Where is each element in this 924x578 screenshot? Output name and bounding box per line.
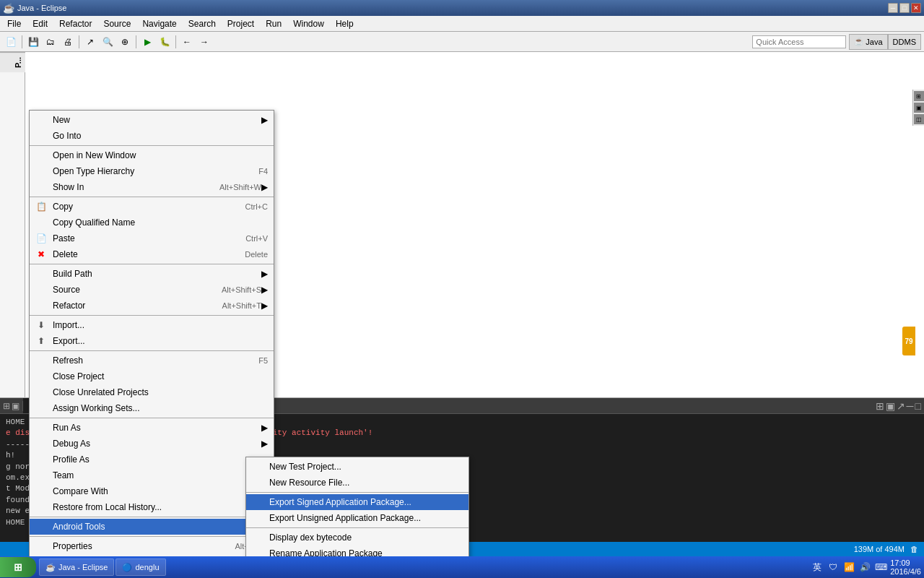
ddms-perspective-label: DDMS (893, 38, 916, 46)
cm-refactor-shortcut: Alt+Shift+T (222, 301, 261, 310)
cm-compare-with[interactable]: Compare With ▶ (30, 483, 274, 499)
cm-properties[interactable]: Properties Alt+Enter (30, 538, 274, 554)
cm-properties-label: Properties (53, 541, 220, 551)
sm-new-resource-file[interactable]: New Resource File... (246, 475, 468, 491)
bottom-panel-minimize[interactable]: ─ (907, 400, 914, 412)
panel-ctrl-2[interactable]: ▣ (12, 401, 19, 411)
cm-profile-as[interactable]: Profile As ▶ (30, 452, 274, 467)
minimize-button[interactable]: ─ (888, 3, 898, 13)
cm-copy-qualified[interactable]: Copy Qualified Name (30, 215, 274, 230)
menu-help[interactable]: Help (330, 17, 359, 30)
cm-run-as[interactable]: Run As ▶ (30, 420, 274, 436)
toolbar-select[interactable]: ↗ (82, 34, 98, 50)
bottom-panel-ctrl-4[interactable]: ▣ (886, 400, 895, 412)
panel-ctrl-1[interactable]: ⊞ (3, 401, 10, 411)
menu-search[interactable]: Search (183, 17, 222, 30)
toolbar-save-all[interactable]: 🗂 (43, 34, 58, 50)
bottom-panel-ctrl-3[interactable]: ⊞ (876, 400, 884, 412)
cm-show-in[interactable]: Show In Alt+Shift+W ▶ (30, 179, 274, 195)
notification-badge[interactable]: 79 (902, 327, 915, 355)
toolbar-prev[interactable]: ← (179, 34, 195, 50)
cm-sep-6 (30, 418, 274, 418)
import-icon: ⬇ (34, 318, 48, 332)
gc-icon[interactable]: 🗑 (910, 545, 918, 553)
toolbar-separator-3 (136, 35, 136, 48)
sys-volume-icon[interactable]: 🔊 (858, 561, 871, 574)
toolbar-refs[interactable]: ⊕ (117, 34, 133, 50)
cm-open-new-window[interactable]: Open in New Window (30, 147, 274, 163)
cm-paste-shortcut: Ctrl+V (245, 234, 268, 243)
sm-new-test-project[interactable]: New Test Project... (246, 459, 468, 475)
cm-compare-with-label: Compare With (53, 486, 261, 496)
sm-export-signed[interactable]: Export Signed Application Package... (246, 494, 468, 510)
toolbar-separator-4 (175, 35, 176, 48)
quick-access-input[interactable] (752, 35, 846, 48)
close-button[interactable]: ✕ (911, 3, 921, 13)
cm-go-into[interactable]: Go Into (30, 128, 274, 144)
toolbar-save[interactable]: 💾 (25, 34, 41, 50)
sys-keyboard-icon[interactable]: ⌨ (874, 561, 887, 574)
sys-date: 2016/4/6 (890, 567, 921, 576)
toolbar-debug[interactable]: 🐛 (157, 34, 173, 50)
cm-show-in-shortcut: Alt+Shift+W (219, 183, 261, 191)
cm-build-path[interactable]: Build Path ▶ (30, 266, 274, 282)
sys-clock: 17:09 (890, 558, 921, 567)
cm-delete[interactable]: ✖ Delete Delete (30, 246, 274, 262)
panel-icon-1[interactable]: ⊞ (914, 91, 924, 101)
cm-close-project[interactable]: Close Project (30, 368, 274, 384)
main-area: P... 79 ⊞ ▣ ◫ New ▶ Go Into Open in New … (0, 52, 924, 410)
bottom-panel-maximize[interactable]: □ (915, 400, 921, 412)
menu-edit[interactable]: Edit (27, 17, 53, 30)
menu-refactor[interactable]: Refactor (53, 17, 97, 30)
maximize-button[interactable]: □ (899, 3, 910, 13)
menu-run[interactable]: Run (260, 17, 287, 30)
cm-close-unrelated[interactable]: Close Unrelated Projects (30, 384, 274, 400)
sys-shield-icon[interactable]: 🛡 (827, 561, 840, 574)
cm-sep-3 (30, 264, 274, 264)
quick-access-box: ☕ Java DDMS (752, 34, 921, 50)
bottom-panel-ctrl-5[interactable]: ↗ (897, 400, 905, 412)
toolbar-new[interactable]: 📄 (3, 34, 19, 50)
cm-refresh[interactable]: Refresh F5 (30, 353, 274, 368)
menu-project[interactable]: Project (222, 17, 260, 30)
sys-network-icon[interactable]: 📶 (842, 561, 855, 574)
panel-icon-3[interactable]: ◫ (914, 114, 924, 124)
sm-export-signed-label: Export Signed Application Package... (269, 497, 463, 507)
sm-display-dex[interactable]: Display dex bytecode (246, 530, 468, 545)
cm-android-tools[interactable]: Android Tools ▶ (30, 519, 274, 535)
sm-export-unsigned[interactable]: Export Unsigned Application Package... (246, 510, 468, 526)
start-button[interactable]: ⊞ (0, 557, 36, 577)
cm-copy[interactable]: 📋 Copy Ctrl+C (30, 199, 274, 215)
cm-sep-7 (30, 517, 274, 517)
cm-refactor[interactable]: Refactor Alt+Shift+T ▶ (30, 298, 274, 314)
cm-team[interactable]: Team ▶ (30, 467, 274, 483)
cm-new[interactable]: New ▶ (30, 112, 274, 128)
cm-import[interactable]: ⬇ Import... (30, 317, 274, 333)
ddms-perspective-btn[interactable]: DDMS (888, 34, 921, 50)
toolbar-run[interactable]: ▶ (139, 34, 155, 50)
titlebar-left: ☕ Java - Eclipse (3, 3, 66, 14)
sys-lang-icon[interactable]: 英 (811, 561, 824, 574)
cm-open-type-hierarchy[interactable]: Open Type Hierarchy F4 (30, 163, 274, 179)
package-explorer-tab[interactable]: P... (0, 52, 25, 72)
cm-export[interactable]: ⬆ Export... (30, 333, 274, 349)
taskbar-denglu[interactable]: 🔵 denglu (116, 558, 165, 576)
toolbar-next[interactable]: → (196, 34, 212, 50)
cm-assign-working-sets[interactable]: Assign Working Sets... (30, 400, 274, 416)
cm-source[interactable]: Source Alt+Shift+S ▶ (30, 282, 274, 298)
java-perspective-btn[interactable]: ☕ Java (849, 34, 887, 50)
panel-icon-2[interactable]: ▣ (914, 103, 924, 113)
toolbar-print[interactable]: 🖨 (60, 34, 76, 50)
menu-window[interactable]: Window (287, 17, 330, 30)
taskbar-eclipse[interactable]: ☕ Java - Eclipse (39, 558, 114, 576)
cm-debug-as-arrow: ▶ (261, 439, 268, 449)
cm-debug-as[interactable]: Debug As ▶ (30, 436, 274, 452)
cm-restore-local[interactable]: Restore from Local History... (30, 499, 274, 515)
menu-navigate[interactable]: Navigate (136, 17, 182, 30)
menu-source[interactable]: Source (97, 17, 136, 30)
cm-paste[interactable]: 📄 Paste Ctrl+V (30, 230, 274, 246)
toolbar-search[interactable]: 🔍 (100, 34, 116, 50)
menu-file[interactable]: File (1, 17, 27, 30)
titlebar-controls: ─ □ ✕ (888, 3, 921, 13)
cm-copy-shortcut: Ctrl+C (245, 202, 268, 211)
